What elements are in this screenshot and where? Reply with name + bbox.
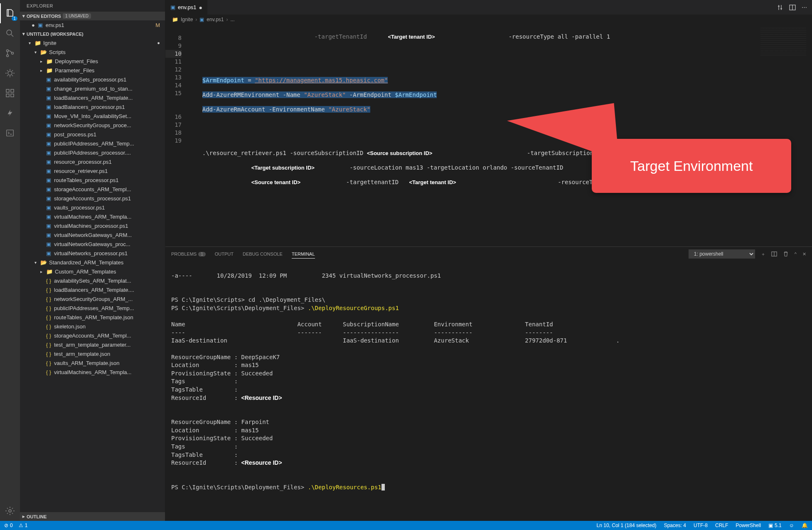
tree-file-ps1[interactable]: ▣availabilitySets_processor.ps1 xyxy=(20,75,165,84)
source-control-icon[interactable] xyxy=(0,43,20,63)
tree-file-json[interactable]: { }loadBalancers_ARM_Template.... xyxy=(20,285,165,294)
svg-rect-7 xyxy=(11,94,14,97)
breadcrumb-more[interactable]: ... xyxy=(231,17,235,22)
tree-file-ps1[interactable]: ▣networkSecurityGroups_proce... xyxy=(20,121,165,130)
tree-file-ps1[interactable]: ▣vaults_processor.ps1 xyxy=(20,203,165,212)
editor-area: ▣ env.ps1 ● ⋯ 📁 Ignite › ▣ env.ps1 › ... xyxy=(165,0,812,521)
status-ps-version[interactable]: ▣ 5.1 xyxy=(768,523,782,528)
outline-label: OUTLINE xyxy=(27,514,47,519)
tree-file-ps1[interactable]: ▣publicIPAddresses_processor.... xyxy=(20,148,165,157)
tree-file-ps1[interactable]: ▣publicIPAddresses_ARM_Temp... xyxy=(20,139,165,148)
tree-file-ps1[interactable]: ▣virtualNetworkGateways_proc... xyxy=(20,239,165,249)
status-warnings[interactable]: ⚠ 1 xyxy=(19,523,28,528)
maximize-panel-icon[interactable]: ^ xyxy=(795,251,797,256)
tree-file-ps1[interactable]: ▣post_process.ps1 xyxy=(20,130,165,139)
extensions-icon[interactable] xyxy=(0,83,20,103)
status-spaces[interactable]: Spaces: 4 xyxy=(664,523,686,528)
breadcrumb-folder[interactable]: Ignite xyxy=(181,17,193,22)
kill-terminal-icon[interactable] xyxy=(783,251,789,257)
tree-file-json[interactable]: { }vaults_ARM_Template.json xyxy=(20,358,165,367)
more-icon[interactable]: ⋯ xyxy=(802,4,807,10)
status-bell-icon[interactable]: 🔔 xyxy=(802,523,808,528)
tree-file-json[interactable]: { }virtualMachines_ARM_Templa... xyxy=(20,367,165,377)
workspace-header[interactable]: ▾ UNTITLED (WORKSPACE) xyxy=(20,30,165,38)
svg-point-4 xyxy=(8,71,12,75)
svg-point-0 xyxy=(7,30,12,35)
tab-terminal[interactable]: TERMINAL xyxy=(292,250,315,259)
tree-file-ps1[interactable]: ▣loadBalancers_ARM_Template... xyxy=(20,93,165,102)
file-tree: ▾📁Ignite● ▾📂Scripts ▸📁Deployment_Files ▸… xyxy=(20,38,165,512)
split-terminal-icon[interactable] xyxy=(771,251,777,257)
files-icon[interactable]: 1 xyxy=(0,3,20,23)
azure-icon[interactable] xyxy=(0,103,20,123)
unsaved-badge: 1 UNSAVED xyxy=(63,13,91,19)
panel-tabs: PROBLEMS1 OUTPUT DEBUG CONSOLE TERMINAL … xyxy=(165,247,812,261)
tree-file-json[interactable]: { }test_arm_template.json xyxy=(20,349,165,358)
svg-point-1 xyxy=(7,50,9,52)
tree-folder-root[interactable]: ▾📁Ignite● xyxy=(20,38,165,47)
open-editor-filename: env.ps1 xyxy=(46,22,64,28)
outline-header[interactable]: ▸ OUTLINE xyxy=(20,512,165,521)
tree-file-ps1[interactable]: ▣virtualNetworks_processor.ps1 xyxy=(20,249,165,258)
close-panel-icon[interactable]: ✕ xyxy=(802,251,806,257)
bottom-panel: PROBLEMS1 OUTPUT DEBUG CONSOLE TERMINAL … xyxy=(165,247,812,521)
tree-file-json[interactable]: { }storageAccounts_ARM_Templ... xyxy=(20,331,165,340)
tree-folder-std[interactable]: ▾📂Standardized_ARM_Templates xyxy=(20,258,165,267)
status-feedback-icon[interactable]: ☺ xyxy=(789,523,794,528)
line-gutter: 89 10 111213 1415 16171819 xyxy=(165,25,188,247)
compare-icon[interactable] xyxy=(777,4,783,11)
tree-file-ps1[interactable]: ▣storageAccounts_processor.ps1 xyxy=(20,194,165,203)
tree-file-ps1[interactable]: ▣virtualMachines_processor.ps1 xyxy=(20,221,165,230)
open-editor-item[interactable]: ● ▣ env.ps1 M xyxy=(20,20,165,30)
tree-file-json[interactable]: { }publicIPAddresses_ARM_Temp... xyxy=(20,303,165,313)
tree-file-json[interactable]: { }routeTables_ARM_Template.json xyxy=(20,313,165,322)
breadcrumbs[interactable]: 📁 Ignite › ▣ env.ps1 › ... xyxy=(165,15,812,25)
tree-file-ps1[interactable]: ▣Move_VM_Into_AvailabilitySet... xyxy=(20,111,165,121)
tree-folder-custom[interactable]: ▸📁Custom_ARM_Templates xyxy=(20,267,165,276)
status-errors[interactable]: ⊘ 0 xyxy=(4,523,13,528)
tab-problems[interactable]: PROBLEMS1 xyxy=(171,250,206,258)
status-encoding[interactable]: UTF-8 xyxy=(694,523,708,528)
breadcrumb-file[interactable]: env.ps1 xyxy=(207,17,224,22)
tree-folder-deployment[interactable]: ▸📁Deployment_Files xyxy=(20,57,165,66)
tree-file-json[interactable]: { }test_arm_template_parameter... xyxy=(20,340,165,349)
tree-file-ps1[interactable]: ▣loadBalancers_processor.ps1 xyxy=(20,102,165,111)
gear-icon[interactable] xyxy=(0,501,20,521)
tree-file-ps1[interactable]: ▣virtualMachines_ARM_Templa... xyxy=(20,212,165,221)
minimap[interactable] xyxy=(760,28,806,57)
tree-file-ps1[interactable]: ▣storageAccounts_ARM_Templ... xyxy=(20,185,165,194)
sidebar-title: EXPLORER xyxy=(20,0,165,12)
tree-file-json[interactable]: { }skeleton.json xyxy=(20,322,165,331)
status-cursor[interactable]: Ln 10, Col 1 (184 selected) xyxy=(597,523,657,528)
tree-folder-scripts[interactable]: ▾📂Scripts xyxy=(20,47,165,57)
svg-rect-8 xyxy=(11,89,14,92)
svg-rect-6 xyxy=(6,94,9,97)
search-icon[interactable] xyxy=(0,23,20,43)
tree-folder-parameter[interactable]: ▸📁Parameter_Files xyxy=(20,66,165,75)
tab-active[interactable]: ▣ env.ps1 ● xyxy=(165,0,208,15)
terminal-selector[interactable]: 1: powershell xyxy=(689,249,755,259)
tree-file-ps1[interactable]: ▣virtualNetworkGateways_ARM... xyxy=(20,230,165,239)
new-terminal-icon[interactable]: ＋ xyxy=(761,251,765,257)
tree-file-ps1[interactable]: ▣routeTables_processor.ps1 xyxy=(20,175,165,185)
tree-file-json[interactable]: { }networkSecurityGroups_ARM_... xyxy=(20,294,165,303)
status-language[interactable]: PowerShell xyxy=(736,523,761,528)
tree-file-ps1[interactable]: ▣resource_retriever.ps1 xyxy=(20,166,165,175)
explorer-sidebar: EXPLORER ▾ OPEN EDITORS 1 UNSAVED ● ▣ en… xyxy=(20,0,165,521)
open-editors-header[interactable]: ▾ OPEN EDITORS 1 UNSAVED xyxy=(20,12,165,20)
tab-output[interactable]: OUTPUT xyxy=(215,250,234,258)
terminal-output[interactable]: -a---- 10/28/2019 12:09 PM 2345 virtualN… xyxy=(165,261,812,521)
svg-point-10 xyxy=(9,510,11,512)
powershell-panel-icon[interactable] xyxy=(0,123,20,143)
split-editor-icon[interactable] xyxy=(789,4,796,11)
status-eol[interactable]: CRLF xyxy=(715,523,728,528)
tab-dirty-icon: ● xyxy=(199,4,202,11)
tree-file-ps1[interactable]: ▣change_premium_ssd_to_stan... xyxy=(20,84,165,93)
tree-file-ps1[interactable]: ▣resource_processor.ps1 xyxy=(20,157,165,166)
open-editors-label: OPEN EDITORS xyxy=(27,14,61,19)
tree-file-json[interactable]: { }availabilitySets_ARM_Templat... xyxy=(20,276,165,285)
debug-icon[interactable] xyxy=(0,63,20,83)
tab-debug-console[interactable]: DEBUG CONSOLE xyxy=(243,250,283,258)
code-editor[interactable]: -targetTenantId <Target tenant ID> -reso… xyxy=(188,25,812,247)
svg-rect-5 xyxy=(6,89,9,92)
